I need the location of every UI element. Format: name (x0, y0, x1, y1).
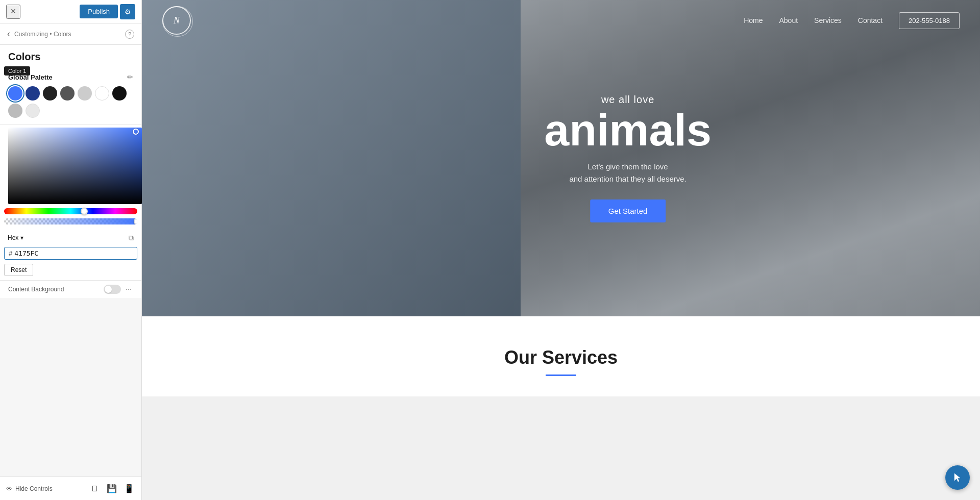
nav-services[interactable]: Services (814, 16, 842, 24)
panel-title: Colors (0, 45, 141, 67)
top-bar: × Publish ⚙ (0, 0, 141, 23)
logo-laurel (162, 6, 193, 37)
publish-button[interactable]: Publish (80, 5, 118, 18)
reset-button[interactable]: Reset (4, 264, 33, 276)
gradient-canvas[interactable] (8, 128, 142, 204)
services-title: Our Services (162, 347, 960, 368)
alpha-gradient (4, 218, 137, 224)
bottom-icons: 🖥 💾 📱 (88, 483, 135, 495)
toggle-knob (105, 286, 112, 293)
services-divider (546, 374, 576, 376)
alpha-slider[interactable] (4, 218, 137, 224)
hero-title: animals (544, 108, 712, 153)
help-icon[interactable]: ? (125, 30, 134, 39)
color-swatch-1[interactable] (8, 86, 22, 101)
hex-hash: # (9, 249, 12, 257)
settings-button[interactable]: ⚙ (120, 4, 135, 19)
hero-section: N Home About Services Contact 202-555-01… (142, 0, 980, 316)
content-bg-label: Content Background (8, 286, 64, 293)
color-swatch-3[interactable] (43, 86, 57, 101)
save-icon[interactable]: 💾 (106, 483, 118, 495)
picker-cursor[interactable] (133, 129, 139, 135)
section-header: Global Palette ✏ (8, 73, 133, 81)
hue-slider-wrap (0, 204, 141, 216)
hero-sub-line2: and attention that they all deserve. (569, 174, 686, 183)
hex-input[interactable] (14, 249, 55, 257)
mobile-view-icon[interactable]: 📱 (123, 483, 135, 495)
hide-controls-label: Hide Controls (15, 485, 53, 492)
hex-row: Hex ▾ ⧉ (0, 229, 141, 247)
site-header: N Home About Services Contact 202-555-01… (142, 0, 980, 41)
edit-palette-icon[interactable]: ✏ (127, 73, 133, 81)
nav-contact[interactable]: Contact (858, 16, 883, 24)
global-palette-section: Global Palette ✏ (0, 67, 141, 124)
website: N Home About Services Contact 202-555-01… (142, 0, 980, 500)
hero-sub-line1: Let's give them the love (588, 162, 668, 171)
hero-content: we all love animals Let's give them the … (544, 94, 712, 222)
color-swatch-4[interactable] (60, 86, 75, 101)
color-swatch-2[interactable] (26, 86, 40, 101)
hex-dropdown-icon: ▾ (20, 234, 23, 241)
back-button[interactable]: ‹ (7, 29, 10, 39)
color-swatch-8[interactable] (8, 104, 22, 118)
hero-cta-button[interactable]: Get Started (590, 199, 666, 222)
nav-about[interactable]: About (779, 16, 798, 24)
publish-group: Publish ⚙ (80, 4, 135, 19)
nav-home[interactable]: Home (744, 16, 763, 24)
gradient-bg (8, 128, 142, 204)
hex-input-wrap: # (4, 247, 137, 260)
color-swatch-9[interactable] (26, 104, 40, 118)
close-button[interactable]: × (6, 5, 20, 19)
cursor-icon (945, 465, 970, 490)
hero-subtitle: Let's give them the love and attention t… (544, 161, 712, 185)
bottom-bar: 👁 Hide Controls 🖥 💾 📱 (0, 477, 141, 500)
hex-format-button[interactable]: Hex ▾ (4, 232, 27, 243)
color-picker[interactable]: Hex ▾ ⧉ # Reset (0, 124, 141, 280)
alpha-slider-wrap (0, 216, 141, 229)
nav-phone[interactable]: 202-555-0188 (899, 12, 960, 29)
hue-thumb[interactable] (81, 208, 88, 215)
palette-title: Global Palette (8, 73, 53, 81)
color-swatch-5[interactable] (78, 86, 92, 101)
color-swatch-6[interactable] (95, 86, 109, 101)
color-swatch-7[interactable] (112, 86, 127, 101)
eye-icon: 👁 (6, 485, 12, 492)
website-preview: N Home About Services Contact 202-555-01… (142, 0, 980, 500)
content-bg-info-icon[interactable]: ⋯ (124, 285, 133, 294)
site-nav: Home About Services Contact 202-555-0188 (744, 12, 960, 29)
hue-slider[interactable] (4, 208, 137, 214)
breadcrumb-text: Customizing • Colors (14, 31, 71, 38)
site-logo: N (162, 6, 191, 35)
color-swatches (8, 86, 133, 118)
content-background-row: Content Background ⋯ (0, 280, 141, 298)
services-section: Our Services (142, 316, 980, 396)
hide-controls-button[interactable]: 👁 Hide Controls (6, 485, 53, 492)
desktop-view-icon[interactable]: 🖥 (88, 483, 101, 495)
alpha-thumb[interactable] (134, 218, 137, 224)
logo-circle: N (162, 6, 191, 35)
customizer-panel: × Publish ⚙ ‹ Customizing • Colors ? Col… (0, 0, 142, 500)
content-bg-toggle[interactable] (104, 285, 121, 294)
hero-tagline: we all love (544, 94, 712, 106)
copy-icon[interactable]: ⧉ (125, 232, 137, 244)
hex-label: Hex (8, 234, 18, 241)
breadcrumb-bar: ‹ Customizing • Colors ? (0, 23, 141, 45)
